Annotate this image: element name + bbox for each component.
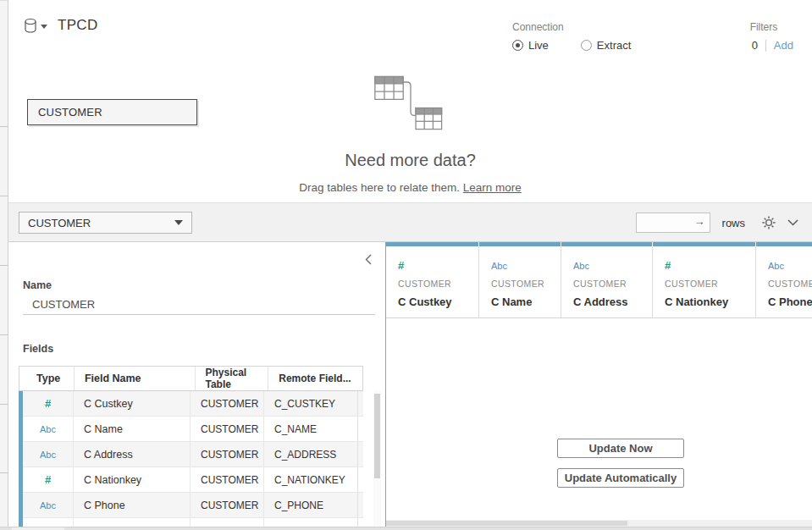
lower-section: Name CUSTOMER Fields Type Field Name Phy… [8,242,812,530]
database-icon[interactable] [24,18,37,34]
grid-col-c-address[interactable]: Abc CUSTOMER C Address [561,242,653,317]
field-row-c-custkey[interactable]: # C Custkey CUSTOMER C_CUSTKEY [23,391,363,417]
grid-toolbar: CUSTOMER → rows [8,203,812,242]
data-grid-header: # CUSTOMER C Custkey Abc CUSTOMER C Name [386,242,812,318]
fields-table-body: # C Custkey CUSTOMER C_CUSTKEY Abc C Nam… [19,391,363,530]
row-count-input-wrap: → [636,213,710,233]
relate-tables-icon [373,75,448,135]
grid-col-c-name[interactable]: Abc CUSTOMER C Name [479,242,561,317]
filters-divider [765,40,766,52]
string-type-icon: Abc [491,261,507,271]
column-field-name: C Name [491,295,561,308]
physical-table-cell: CUSTOMER [191,493,264,517]
datasource-name: TPCD [58,17,97,34]
col-header-remote-field[interactable]: Remote Field... [268,367,362,390]
number-type-icon: # [45,473,51,486]
col-header-type[interactable]: Type [19,367,75,390]
datasource-title: TPCD [24,17,97,34]
table-details-panel: Name CUSTOMER Fields Type Field Name Phy… [8,242,385,530]
collapse-panel-chevron-icon[interactable] [362,252,375,266]
grid-col-c-phone[interactable]: Abc CUSTOMER C Phone [756,242,812,317]
remote-field-cell: C_CUSTKEY [264,391,358,416]
number-type-icon: # [45,397,51,410]
filters-block: Filters 0 Add [750,21,793,52]
pane-tick [0,265,8,266]
string-type-icon: Abc [40,500,56,511]
col-header-field-name[interactable]: Field Name [75,367,196,390]
field-name-cell: C Custkey [74,391,191,416]
pane-tick [0,404,8,405]
empty-state-subtitle-text: Drag tables here to relate them. [299,181,463,194]
remote-field-cell: C_PHONE [264,493,358,517]
field-name-cell: C Address [74,442,191,467]
string-type-icon: Abc [40,450,56,460]
radio-live[interactable]: Live [512,39,549,52]
string-type-icon: Abc [40,424,56,434]
pane-tick [0,196,8,196]
physical-table-cell: CUSTOMER [191,442,264,467]
empty-state-title: Need more data? [8,151,812,170]
connection-label: Connection [512,21,631,33]
string-type-icon: Abc [768,261,784,271]
field-row-c-nationkey[interactable]: # C Nationkey CUSTOMER C_NATIONKEY [23,467,363,493]
field-name-cell: C Phone [74,493,191,517]
column-field-name: C Address [573,295,652,308]
name-label: Name [23,279,52,291]
filters-count: 0 [752,39,758,52]
relationship-canvas: TPCD Connection Live Extract Filters 0 A… [8,0,812,203]
column-table-caption: CUSTOMER [398,279,478,289]
filters-add-link[interactable]: Add [774,39,793,52]
window-bottom-edge [0,527,812,530]
string-type-icon: Abc [573,261,589,271]
pane-tick [0,126,8,127]
table-select-dropdown[interactable]: CUSTOMER [19,212,192,234]
filters-label: Filters [750,21,793,33]
number-type-icon: # [665,259,671,272]
physical-table-cell: CUSTOMER [191,391,264,416]
table-select-value: CUSTOMER [28,217,91,229]
column-table-caption: CUSTOMER [491,279,561,289]
update-automatically-button[interactable]: Update Automatically [557,468,684,488]
data-grid-hscrollbar[interactable] [386,520,812,527]
field-row-c-address[interactable]: Abc C Address CUSTOMER C_ADDRESS [23,442,363,467]
radio-extract[interactable]: Extract [581,39,631,52]
learn-more-link[interactable]: Learn more [463,181,522,194]
grid-settings-gear-icon[interactable] [762,216,776,229]
table-name-input[interactable]: CUSTOMER [23,295,375,315]
col-header-physical-table[interactable]: Physical Table [196,367,269,390]
grid-col-c-custkey[interactable]: # CUSTOMER C Custkey [386,242,479,317]
fields-label: Fields [23,343,53,355]
empty-state-subtitle: Drag tables here to relate them. Learn m… [8,181,812,194]
field-row-c-phone[interactable]: Abc C Phone CUSTOMER C_PHONE [23,493,363,518]
physical-table-cell: CUSTOMER [191,467,264,492]
dropdown-caret-icon [174,220,183,225]
pane-tick [0,334,8,335]
column-table-caption: CUSTOMER [573,279,652,289]
fields-table-header: Type Field Name Physical Table Remote Fi… [19,366,363,391]
column-table-caption: CUSTOMER [665,279,755,289]
apply-rows-arrow-icon[interactable]: → [694,215,705,228]
radio-extract-icon[interactable] [581,40,592,51]
fields-table-scrollbar-thumb[interactable] [374,394,380,478]
update-now-button[interactable]: Update Now [557,439,684,458]
field-name-cell: C Name [74,417,191,441]
collapsed-left-pane[interactable] [0,0,8,530]
remote-field-cell: C_NATIONKEY [264,467,358,492]
field-name-cell: C Nationkey [74,467,191,492]
grid-col-c-nationkey[interactable]: # CUSTOMER C Nationkey [653,242,756,317]
data-grid-hscrollbar-thumb[interactable] [386,521,627,526]
database-dropdown-caret-icon[interactable] [41,25,47,29]
collapse-grid-chevron-icon[interactable] [787,219,798,226]
connection-block: Connection Live Extract [512,21,631,52]
radio-extract-label: Extract [597,39,631,52]
fields-table: Type Field Name Physical Table Remote Fi… [19,366,363,530]
data-grid-body: Update Now Update Automatically [386,318,812,520]
field-row-c-name[interactable]: Abc C Name CUSTOMER C_NAME [23,417,363,442]
column-field-name: C Custkey [398,295,478,308]
data-grid-panel: # CUSTOMER C Custkey Abc CUSTOMER C Name [386,242,812,530]
column-field-name: C Nationkey [665,295,755,308]
fields-table-scrollbar[interactable] [373,391,381,530]
rows-label: rows [722,217,745,229]
radio-live-icon[interactable] [512,40,523,51]
empty-state: Need more data? Drag tables here to rela… [8,75,812,194]
